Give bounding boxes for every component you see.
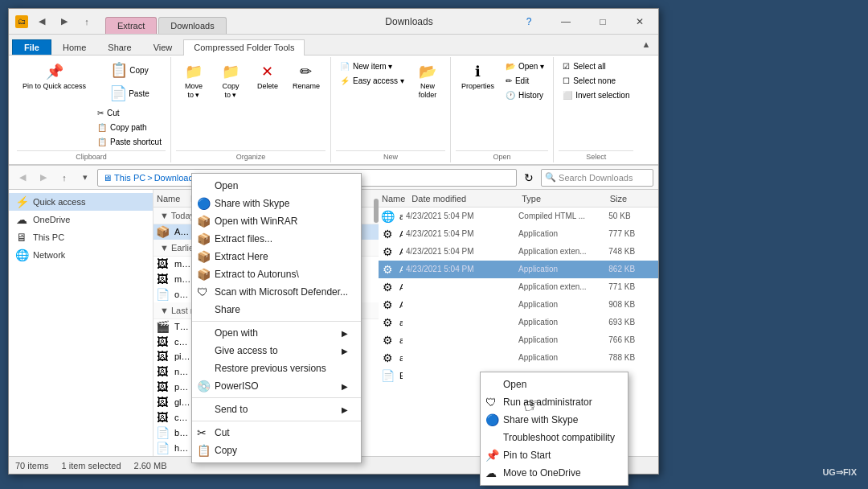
file-icon: ⚙ [379,334,396,347]
ctx-extract-files[interactable]: 📦Extract files... [192,230,361,248]
autoru3-row[interactable]: ⚙ autoru... Application 693 KB [379,314,658,331]
history-btn[interactable]: 🕐 History [502,88,548,102]
new-folder-btn[interactable]: 📂 Newfolder [410,59,445,104]
ctx-scan-defender[interactable]: 🛡Scan with Microsoft Defender... [192,283,361,301]
ribbon-tab-list: File Home Share View Compressed Folder T… [9,35,658,55]
autoruns-exe-row[interactable]: ⚙ Autoruns 4/23/2021 5:04 PM Application… [379,225,658,243]
file-name: autoru... [396,318,403,327]
copy-to-btn[interactable]: 📁 Copyto ▾ [213,59,248,104]
tab-compressed-folder-tools[interactable]: Compressed Folder Tools [183,39,305,55]
copy-btn[interactable]: 📋 Copy [93,59,166,81]
ctx2-pin-start[interactable]: 📌Pin to Start [481,446,628,464]
extract-here-icon: 📦 [197,250,211,263]
file-type: Application [515,229,605,238]
tab-file[interactable]: File [12,39,51,55]
properties-btn[interactable]: ℹ Properties [456,59,500,94]
forward-btn-title[interactable]: ▶ [55,13,73,31]
minimize-btn[interactable]: — [547,9,584,35]
ctx-poweriso[interactable]: 💿PowerISO▶ [192,377,361,395]
ctx2-open[interactable]: Open [481,376,628,393]
file-icon: ⚙ [379,351,396,364]
ctx-open-with[interactable]: Open with▶ [192,324,361,342]
ctx-extract-here[interactable]: 📦Extract Here [192,248,361,265]
sidebar-item-network[interactable]: 🌐 Network [9,246,153,264]
delete-btn[interactable]: ✕ Delete [250,59,285,94]
new-item-btn[interactable]: 📄 New item ▾ [336,59,408,73]
move-icon: 📁 [185,63,203,80]
ctx-share-skype[interactable]: 🔵Share with Skype [192,195,361,212]
paste-shortcut-btn[interactable]: 📋 Paste shortcut [93,134,166,149]
back-btn-title[interactable]: ◀ [33,13,51,31]
ctx-restore-versions[interactable]: Restore previous versions [192,360,361,377]
tab-share[interactable]: Share [97,39,141,55]
ctx2-share-skype[interactable]: 🔵Share with Skype [481,411,628,429]
ctx-open[interactable]: Open [192,177,361,195]
maximize-btn[interactable]: □ [584,9,621,35]
sidebar-item-this-pc[interactable]: 🖥 This PC [9,228,153,246]
back-btn[interactable]: ◀ [14,169,31,187]
invert-selection-btn[interactable]: ⬜ Invert selection [559,88,633,102]
recent-locations-btn[interactable]: ▾ [76,169,94,187]
ribbon-collapse-btn[interactable]: ▲ [637,35,655,53]
this-pc-link[interactable]: This PC [114,173,145,183]
autoruns-html-row[interactable]: 🌐 autoruns 4/23/2021 5:04 PM Compiled HT… [379,208,658,225]
group-clipboard: 📌 Pin to Quick access 📋 Copy 📄 Paste [12,57,171,162]
sidebar-item-onedrive[interactable]: ☁ OneDrive [9,211,153,228]
autoru2-row[interactable]: ⚙ Autoru... Application 908 KB [379,296,658,314]
ctx-open-winrar[interactable]: 📦Open with WinRAR [192,212,361,230]
file-icon: 🖼 [154,411,171,424]
tab-downloads[interactable]: Downloads [158,17,226,34]
skype-icon: 🔵 [197,197,211,210]
ctx-share[interactable]: Share [192,301,361,318]
autoru1-row[interactable]: ⚙ Autoru... Application exten... 771 KB [379,278,658,296]
up-btn[interactable]: ↑ [55,169,73,187]
ctx2-skype-icon: 🔵 [485,413,499,426]
file-name: huma... [171,443,194,453]
easy-access-btn[interactable]: ⚡ Easy access ▾ [336,73,408,88]
tab-home[interactable]: Home [52,39,96,55]
close-btn[interactable]: ✕ [621,9,658,35]
copy-path-btn[interactable]: 📋 Copy path [93,120,166,134]
file-icon: 🖼 [154,380,171,393]
sidebar-item-quick-access[interactable]: ⚡ Quick access [9,193,153,211]
ctx-extract-to[interactable]: 📦Extract to Autoruns\ [192,265,361,283]
rename-btn[interactable]: ✏ Rename [287,59,326,94]
ctx2-move-onedrive[interactable]: ☁Move to OneDrive [481,464,628,482]
select-col: ☑ Select all ☐ Select none ⬜ Invert sele… [559,59,633,102]
select-none-btn[interactable]: ☐ Select none [559,73,633,88]
ctx-send-to[interactable]: Send to▶ [192,401,361,418]
up-btn-title[interactable]: ↑ [78,13,96,31]
ctx2-troubleshoot[interactable]: Troubleshoot compatibility [481,429,628,446]
open-col: 📂 Open ▾ ✏ Edit 🕐 History [502,59,548,102]
autoruns64-exe-row[interactable]: ⚙ Autoruns64 4/23/2021 5:04 PM Applicati… [379,261,658,278]
file-icon: 🖼 [154,365,171,378]
move-to-btn[interactable]: 📁 Moveto ▾ [176,59,211,104]
open-btn[interactable]: 📂 Open ▾ [502,59,548,73]
search-box[interactable]: 🔍 Search Downloads [541,169,653,187]
autoruns64-dll-row[interactable]: ⚙ Autoruns64.dll 4/23/2021 5:04 PM Appli… [379,243,658,261]
file-name: board... [171,428,194,438]
autoru5-row[interactable]: ⚙ autoru... Application 788 KB [379,349,658,367]
pin-to-quick-access-btn[interactable]: 📌 Pin to Quick access [17,59,92,95]
file-icon: 📄 [154,442,171,454]
forward-btn[interactable]: ▶ [35,169,52,187]
ctx-cut[interactable]: ✂Cut [192,424,361,442]
file-name: Autoruns64 [396,265,403,274]
tab-view[interactable]: View [143,39,183,55]
autoru4-row[interactable]: ⚙ autoru... Application 766 KB [379,331,658,349]
open-label: Open [456,150,548,161]
ctx-give-access[interactable]: Give access to▶ [192,342,361,360]
clipboard-buttons: 📌 Pin to Quick access 📋 Copy 📄 Paste [17,59,166,149]
tab-extract[interactable]: Extract [105,17,157,34]
cut-btn[interactable]: ✂ Cut [93,105,166,120]
refresh-btn[interactable]: ↻ [520,169,538,187]
ctx-copy[interactable]: 📋Copy [192,442,361,459]
edit-btn[interactable]: ✏ Edit [502,73,548,88]
ctx2-run-admin[interactable]: 🛡Run as administrator [481,393,628,411]
new-item-icon: 📄 [340,62,350,71]
file-icon: 🖼 [154,335,171,348]
help-btn[interactable]: ? [510,9,547,35]
file-icon: 🖼 [154,396,171,409]
paste-btn[interactable]: 📄 Paste [93,82,166,105]
select-all-btn[interactable]: ☑ Select all [559,59,633,73]
